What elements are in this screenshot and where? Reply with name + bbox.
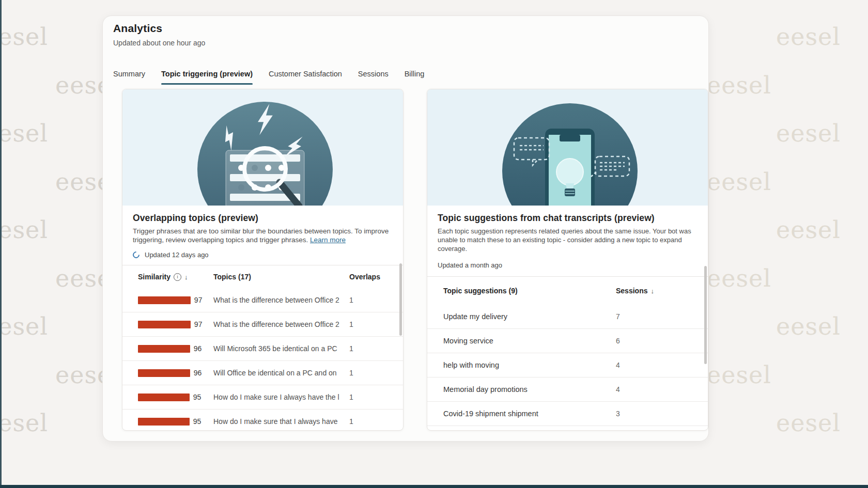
overlapping-topics-card: Overlapping topics (preview) Trigger phr… [122, 89, 404, 431]
sessions-cell: 4 [616, 385, 708, 393]
similarity-bar [138, 418, 190, 426]
similarity-value: 96 [194, 344, 202, 353]
card-updated-row: Updated a month ago [438, 261, 698, 269]
similarity-value: 96 [194, 369, 202, 377]
card-title: Topic suggestions from chat transcripts … [438, 213, 698, 224]
topic-cell: What is the difference between Office 2 [213, 320, 349, 328]
topics-column-header[interactable]: Topics (17) [213, 273, 349, 281]
cards-row: Overlapping topics (preview) Trigger phr… [122, 89, 708, 431]
watermark-text: eesel [0, 409, 48, 437]
sort-descending-icon: ↓ [184, 273, 188, 281]
topic-cell: Will Office be identical on a PC and on [213, 369, 349, 377]
similarity-header-label: Similarity [138, 273, 171, 281]
similarity-cell: 97 [138, 320, 213, 328]
suggestions-table-header: Topic suggestions (9) Sessions ↓ [427, 277, 708, 305]
suggestions-table-body: Update my delivery7Moving service6help w… [427, 305, 708, 431]
page-title: Analytics [113, 22, 708, 35]
similarity-bar [138, 393, 190, 401]
topic-suggestions-card: Topic suggestions from chat transcripts … [427, 89, 708, 431]
suggestion-topic-cell: Update my delivery [443, 312, 616, 321]
card-description: Trigger phrases that are too similar blu… [133, 227, 393, 244]
overlaps-cell: 1 [349, 417, 403, 426]
similarity-cell: 95 [138, 393, 213, 401]
overlap-table-row[interactable]: 97What is the difference between Office … [122, 312, 403, 336]
overlap-table-row[interactable]: 96Will Microsoft 365 be identical on a P… [122, 336, 403, 360]
similarity-bar [138, 321, 191, 328]
phone-chat-illustration-icon [427, 89, 708, 206]
tab-topic-triggering-preview[interactable]: Topic triggering (preview) [161, 70, 253, 85]
tab-label: Summary [113, 70, 145, 78]
overlapping-topics-illustration [122, 89, 403, 206]
overlaps-cell: 1 [349, 344, 403, 353]
sort-descending-icon: ↓ [650, 287, 654, 295]
watermark-text: eesel [776, 119, 841, 147]
similarity-cell: 96 [138, 369, 213, 377]
watermark-text: eesel [776, 409, 841, 437]
similarity-value: 95 [193, 393, 202, 401]
watermark-text: eesel [0, 216, 48, 244]
suggestion-table-row[interactable]: Moving service6 [427, 328, 708, 353]
server-search-illustration-icon [122, 89, 403, 206]
watermark-text: eesel [776, 312, 841, 340]
learn-more-link[interactable]: Learn more [310, 236, 346, 244]
overlaps-column-header[interactable]: Overlaps [349, 273, 403, 281]
similarity-cell: 96 [138, 344, 213, 353]
card-title: Overlapping topics (preview) [133, 213, 393, 224]
watermark-text: eesel [0, 312, 48, 340]
similarity-column-header[interactable]: Similarity i ↓ [138, 273, 213, 281]
overlaps-cell: 1 [349, 296, 403, 304]
card-updated-text: Updated 12 days ago [145, 251, 209, 259]
tab-sessions[interactable]: Sessions [358, 70, 389, 85]
similarity-cell: 97 [138, 296, 213, 304]
overlaps-cell: 1 [349, 369, 403, 377]
overlaps-table-body: 97What is the difference between Office … [122, 288, 403, 431]
sessions-cell: 4 [616, 361, 708, 369]
suggestion-table-row[interactable]: Covid-19 shipment shipment3 [427, 401, 708, 426]
sessions-cell: 3 [616, 410, 708, 418]
overlap-table-row[interactable]: 97What is the difference between Office … [122, 288, 403, 312]
tab-billing[interactable]: Billing [405, 70, 425, 85]
tab-summary[interactable]: Summary [113, 70, 145, 85]
overlaps-table-header: Similarity i ↓ Topics (17) Overlaps [122, 265, 403, 288]
tab-label: Customer Satisfaction [269, 70, 342, 78]
watermark-text: eesel [707, 71, 771, 99]
info-icon[interactable]: i [174, 273, 181, 281]
watermark-text: eesel [707, 168, 771, 196]
suggestion-topic-cell: Moving service [443, 337, 616, 345]
overlap-table-row[interactable]: 95How do I make sure that I always have1 [122, 409, 403, 431]
sync-icon [131, 250, 141, 259]
watermark-text: eesel [776, 23, 841, 51]
suggestion-table-row[interactable]: Update my delivery7 [427, 305, 708, 328]
similarity-value: 95 [193, 417, 202, 426]
topic-cell: What is the difference between Office 2 [213, 296, 349, 304]
suggestion-topic-cell: Covid-19 shipment shipment [443, 410, 616, 418]
topic-cell: Will Microsoft 365 be identical on a PC [213, 344, 349, 353]
tab-bar: SummaryTopic triggering (preview)Custome… [113, 70, 708, 85]
last-updated-text: Updated about one hour ago [113, 39, 708, 47]
overlap-table-row[interactable]: 96Will Office be identical on a PC and o… [122, 360, 403, 385]
tab-label: Sessions [358, 70, 389, 78]
similarity-cell: 95 [138, 417, 213, 426]
scrollbar[interactable] [399, 263, 402, 336]
sessions-cell: 7 [616, 312, 708, 321]
tab-label: Topic triggering (preview) [161, 70, 253, 78]
overlap-table-row[interactable]: 95How do I make sure I always have the l… [122, 385, 403, 409]
card-updated-text: Updated a month ago [438, 261, 502, 269]
suggestion-table-row[interactable]: kill moss3 [427, 426, 708, 431]
similarity-bar [138, 345, 190, 353]
suggestion-topic-cell: Memorial day promotions [443, 385, 616, 393]
scrollbar[interactable] [704, 266, 707, 364]
topic-suggestions-column-header[interactable]: Topic suggestions (9) [443, 287, 616, 295]
topic-suggestions-illustration [427, 89, 708, 206]
sessions-column-header[interactable]: Sessions ↓ [616, 287, 708, 295]
topic-cell: How do I make sure I always have the l [213, 393, 349, 401]
watermark-text: eesel [0, 23, 48, 51]
card-updated-row: Updated 12 days ago [133, 251, 393, 259]
sessions-header-label: Sessions [616, 287, 647, 295]
watermark-text: eesel [0, 119, 48, 147]
suggestion-table-row[interactable]: Memorial day promotions4 [427, 377, 708, 401]
suggestion-table-row[interactable]: help with moving4 [427, 353, 708, 377]
tab-customer-satisfaction[interactable]: Customer Satisfaction [269, 70, 342, 85]
topic-suggestions-header-label: Topic suggestions (9) [443, 287, 518, 295]
watermark-text: eesel [707, 264, 771, 292]
